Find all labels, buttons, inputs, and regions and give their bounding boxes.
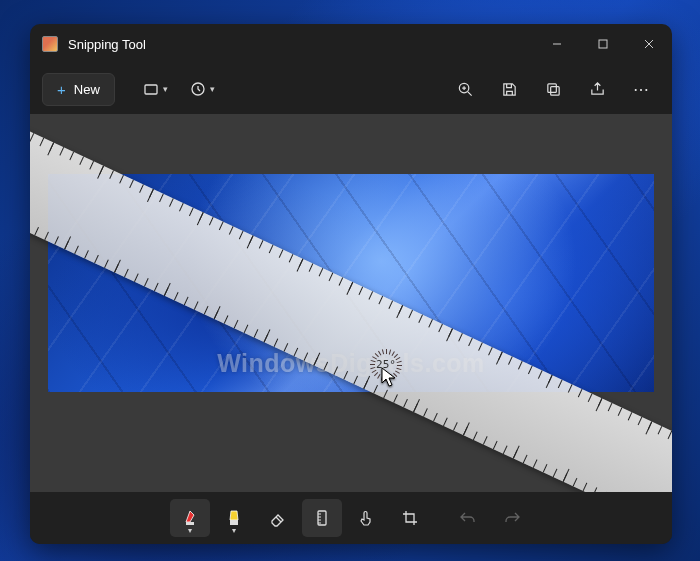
minimize-button[interactable]: [534, 24, 580, 64]
chevron-down-icon: ▾: [163, 84, 168, 94]
svg-rect-1: [145, 85, 157, 94]
chevron-down-icon: ▾: [210, 84, 215, 94]
ruler-icon: [313, 509, 331, 527]
svg-rect-5: [550, 86, 559, 95]
crop-tool-button[interactable]: [390, 499, 430, 537]
clock-icon: [190, 81, 206, 97]
ruler-tool-button[interactable]: [302, 499, 342, 537]
zoom-icon: [457, 81, 474, 98]
highlighter-icon: [225, 509, 243, 527]
snip-mode-dropdown[interactable]: ▾: [135, 75, 176, 103]
new-button[interactable]: + New: [42, 73, 115, 106]
share-icon: [589, 81, 606, 98]
chevron-down-icon: ▾: [232, 526, 236, 535]
rectangle-mode-icon: [143, 81, 159, 97]
svg-rect-7: [230, 520, 238, 525]
close-button[interactable]: [626, 24, 672, 64]
highlighter-tool-button[interactable]: ▾: [214, 499, 254, 537]
svg-rect-0: [599, 40, 607, 48]
canvas-area[interactable]: WindowsDigitals.com 25°: [30, 114, 672, 492]
chevron-down-icon: ▾: [188, 526, 192, 535]
redo-icon: [503, 509, 521, 527]
crop-icon: [401, 509, 419, 527]
edit-toolbar: ▾ ▾: [30, 492, 672, 544]
save-button[interactable]: [490, 71, 528, 107]
maximize-button[interactable]: [580, 24, 626, 64]
new-label: New: [74, 82, 100, 97]
touch-icon: [357, 509, 375, 527]
top-toolbar: + New ▾ ▾ ⋯: [30, 64, 672, 114]
share-button[interactable]: [578, 71, 616, 107]
window-title: Snipping Tool: [68, 37, 146, 52]
redo-button[interactable]: [492, 499, 532, 537]
eraser-tool-button[interactable]: [258, 499, 298, 537]
undo-button[interactable]: [448, 499, 488, 537]
save-icon: [501, 81, 518, 98]
delay-dropdown[interactable]: ▾: [182, 75, 223, 103]
titlebar: Snipping Tool: [30, 24, 672, 64]
svg-rect-4: [547, 83, 556, 92]
copy-button[interactable]: [534, 71, 572, 107]
more-button[interactable]: ⋯: [622, 71, 660, 107]
snipping-tool-window: Snipping Tool + New ▾ ▾: [30, 24, 672, 544]
eraser-icon: [269, 509, 287, 527]
app-icon: [42, 36, 58, 52]
more-icon: ⋯: [633, 80, 650, 99]
zoom-button[interactable]: [446, 71, 484, 107]
touch-writing-button[interactable]: [346, 499, 386, 537]
pen-icon: [181, 509, 199, 527]
svg-rect-6: [186, 522, 194, 525]
copy-icon: [545, 81, 562, 98]
undo-icon: [459, 509, 477, 527]
plus-icon: +: [57, 81, 66, 98]
pen-tool-button[interactable]: ▾: [170, 499, 210, 537]
